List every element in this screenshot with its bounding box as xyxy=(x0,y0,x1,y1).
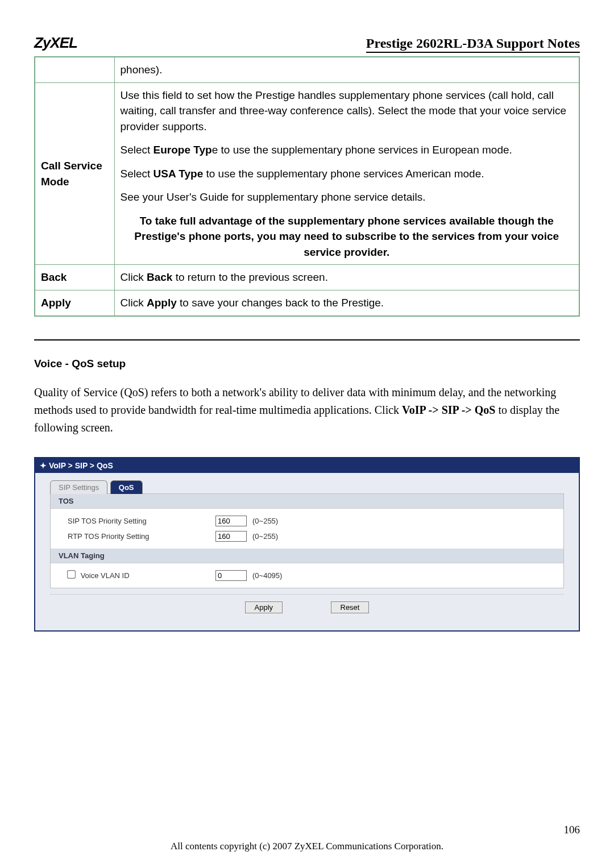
sip-tos-label: SIP TOS Priority Setting xyxy=(68,517,215,525)
vlan-label: Voice VLAN ID xyxy=(81,571,130,580)
sip-tos-input[interactable] xyxy=(215,516,247,526)
row0-desc: phones). xyxy=(114,57,579,82)
r1-p3: Select USA Type to use the supplementary… xyxy=(121,166,574,182)
description-table: phones). Call Service Mode Use this fiel… xyxy=(34,56,580,317)
row3-label: Apply xyxy=(35,290,114,316)
section-heading: Voice - QoS setup xyxy=(34,358,580,370)
separator xyxy=(34,339,580,340)
sip-tos-range: (0~255) xyxy=(252,517,278,525)
vlan-checkbox[interactable] xyxy=(67,570,76,579)
rtp-tos-input[interactable] xyxy=(215,531,247,542)
section-paragraph: Quality of Service (QoS) refers to both … xyxy=(34,384,580,437)
row1-label: Call Service Mode xyxy=(35,82,114,265)
row0-label xyxy=(35,57,114,82)
logo: ZyXEL xyxy=(34,34,77,52)
sip-tos-row: SIP TOS Priority Setting (0~255) xyxy=(51,513,563,529)
r1-p1: Use this field to set how the Prestige h… xyxy=(121,88,574,135)
r1-p4: See your User's Guide for supplementary … xyxy=(121,189,574,205)
breadcrumb: ✦ VoIP > SIP > QoS xyxy=(35,458,579,473)
r1-p5: To take full advantage of the supplement… xyxy=(121,213,574,260)
row3-desc: Click Apply to save your changes back to… xyxy=(114,290,579,316)
tab-sip-settings[interactable]: SIP Settings xyxy=(50,480,107,494)
row2-label: Back xyxy=(35,265,114,290)
r1-p2: Select Europe Type to use the supplement… xyxy=(121,142,574,158)
rtp-tos-label: RTP TOS Priority Setting xyxy=(68,532,215,541)
reset-button[interactable]: Reset xyxy=(331,601,370,613)
qos-panel: TOS SIP TOS Priority Setting (0~255) RTP… xyxy=(50,493,564,588)
row1-desc: Use this field to set how the Prestige h… xyxy=(114,82,579,265)
vlan-input[interactable] xyxy=(215,570,247,581)
button-row: Apply Reset xyxy=(50,594,564,621)
tab-qos[interactable]: QoS xyxy=(110,480,143,494)
vlan-range: (0~4095) xyxy=(252,571,282,580)
footer-copyright: All contents copyright (c) 2007 ZyXEL Co… xyxy=(0,841,614,852)
rtp-tos-row: RTP TOS Priority Setting (0~255) xyxy=(51,529,563,544)
vlan-row: Voice VLAN ID (0~4095) xyxy=(51,568,563,583)
crumb-icon: ✦ xyxy=(40,461,49,470)
doc-title: Prestige 2602RL-D3A Support Notes xyxy=(366,36,580,53)
row2-desc: Click Back to return to the previous scr… xyxy=(114,265,579,290)
tos-bar: TOS xyxy=(51,494,563,509)
page-number: 106 xyxy=(564,824,580,836)
qos-screenshot: ✦ VoIP > SIP > QoS SIP Settings QoS TOS … xyxy=(34,457,580,632)
rtp-tos-range: (0~255) xyxy=(252,532,278,541)
vlan-bar: VLAN Taging xyxy=(51,549,563,563)
tab-bar: SIP Settings QoS xyxy=(35,473,579,493)
apply-button[interactable]: Apply xyxy=(245,601,283,613)
